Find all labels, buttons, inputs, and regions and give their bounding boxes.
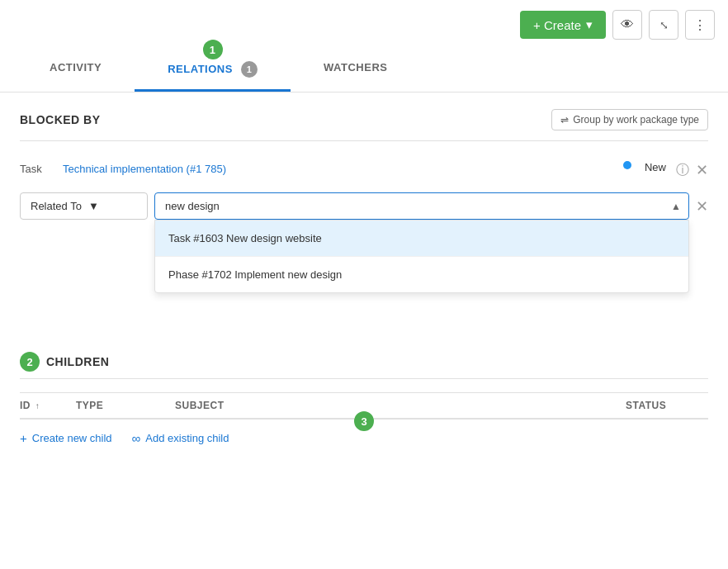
tab-relations-label: RELATIONS (168, 63, 233, 75)
more-options-button[interactable]: ⋮ (685, 10, 715, 40)
create-new-child-link[interactable]: + Create new child (20, 431, 112, 445)
tab-relations[interactable]: 1 RELATIONS 1 (135, 50, 291, 92)
divider-1 (20, 140, 708, 141)
step-badge-1: 1 (203, 40, 223, 59)
add-existing-child-label: Add existing child (145, 432, 229, 444)
th-type: TYPE (76, 400, 175, 411)
chevron-down-icon: ▼ (88, 200, 99, 212)
create-button[interactable]: + Create ▾ (520, 11, 606, 39)
relation-row: Task Technical implementation (#1 785) N… (20, 154, 708, 186)
group-by-button[interactable]: ⇌ Group by work package type (551, 109, 708, 130)
remove-add-relation-button[interactable]: ✕ (696, 192, 708, 216)
th-type-label: TYPE (76, 400, 103, 411)
chevron-down-icon: ▾ (586, 17, 593, 32)
th-id[interactable]: ID ↑ (20, 400, 69, 411)
step-badge-3: 3 (354, 411, 374, 431)
create-new-child-label: Create new child (32, 432, 112, 444)
action-icons: ⓘ ✕ (676, 161, 708, 179)
tab-activity-label: ACTIVITY (50, 61, 102, 73)
th-subject: SUBJECT (175, 400, 626, 411)
tab-watchers[interactable]: WATCHERS (291, 50, 420, 92)
sort-icon: ↑ (35, 401, 40, 410)
relation-type: Task (20, 161, 53, 175)
tabs-container: ACTIVITY 1 RELATIONS 1 WATCHERS (0, 50, 728, 92)
relation-link[interactable]: Technical implementation (#1 785) (63, 163, 226, 175)
tab-watchers-label: WATCHERS (324, 61, 387, 73)
search-arrow-icon: ▲ (671, 201, 681, 212)
th-status-label: STATUS (626, 400, 666, 411)
th-subject-label: SUBJECT (175, 400, 225, 411)
footer-actions: 3 + Create new child ∞ Add existing chil… (20, 419, 708, 457)
dropdown-item-1-label: Task #1603 New design website (168, 232, 322, 244)
dropdown-item-2[interactable]: Phase #1702 Implement new design (155, 256, 688, 292)
group-by-icon: ⇌ (560, 114, 569, 126)
blocked-by-title: BLOCKED BY (20, 113, 101, 126)
tab-activity[interactable]: ACTIVITY (17, 50, 135, 92)
relations-badge: 1 (241, 61, 258, 78)
status-dot (623, 161, 631, 169)
th-id-label: ID (20, 400, 31, 411)
create-label: + Create (533, 18, 581, 32)
eye-button[interactable]: 👁 (612, 10, 642, 40)
link-icon: ∞ (132, 431, 141, 445)
divider-2 (20, 378, 708, 379)
relation-type-select[interactable]: Related To ▼ (20, 192, 148, 220)
dropdown-item-1[interactable]: Task #1603 New design website (155, 220, 688, 256)
expand-icon: ⤡ (659, 19, 669, 31)
th-status: STATUS (626, 400, 708, 411)
status-text: New (645, 161, 666, 173)
step-badge-2: 2 (20, 352, 40, 372)
children-header: 2 CHILDREN (20, 352, 708, 372)
more-icon: ⋮ (693, 17, 707, 33)
group-by-label: Group by work package type (573, 114, 699, 126)
plus-icon: + (20, 431, 27, 445)
children-section: 2 CHILDREN ID ↑ TYPE SUBJECT STATUS 3 + (20, 352, 708, 457)
children-title: CHILDREN (46, 355, 109, 368)
search-container: ▲ Task #1603 New design website Phase #1… (154, 192, 689, 220)
expand-button[interactable]: ⤡ (649, 10, 678, 40)
add-existing-child-link[interactable]: ∞ Add existing child (132, 431, 229, 445)
search-dropdown: Task #1603 New design website Phase #170… (154, 220, 689, 293)
remove-relation-button[interactable]: ✕ (696, 161, 708, 179)
main-content: BLOCKED BY ⇌ Group by work package type … (0, 92, 728, 473)
dropdown-item-2-label: Phase #1702 Implement new design (168, 268, 342, 281)
blocked-by-section-header: BLOCKED BY ⇌ Group by work package type (20, 109, 708, 130)
top-toolbar: + Create ▾ 👁 ⤡ ⋮ (0, 0, 728, 50)
add-relation-row: Related To ▼ ▲ Task #1603 New design web… (20, 192, 708, 220)
eye-icon: 👁 (621, 17, 634, 32)
info-icon[interactable]: ⓘ (676, 162, 689, 179)
relation-type-value: Related To (31, 200, 82, 212)
relation-search-input[interactable] (154, 192, 689, 220)
